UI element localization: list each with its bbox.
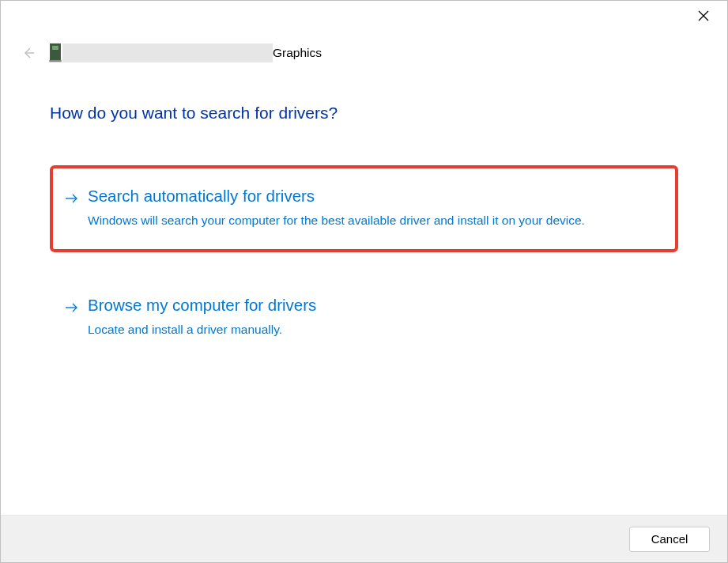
option-description: Windows will search your computer for th…: [88, 212, 594, 229]
option-search-automatically[interactable]: Search automatically for drivers Windows…: [50, 165, 678, 252]
close-button[interactable]: [688, 3, 719, 28]
device-name-redacted: [62, 43, 273, 62]
close-icon: [698, 10, 709, 21]
back-arrow-icon: [21, 46, 36, 60]
titlebar: [1, 1, 727, 31]
option-browse-computer[interactable]: Browse my computer for drivers Locate an…: [50, 274, 678, 361]
option-description: Locate and install a driver manually.: [88, 321, 594, 338]
page-title: How do you want to search for drivers?: [50, 104, 678, 123]
device-label: Graphics: [48, 43, 322, 62]
arrow-right-icon: [64, 191, 80, 206]
main-content: How do you want to search for drivers? S…: [1, 62, 727, 515]
graphics-card-icon: [48, 43, 62, 62]
option-title: Browse my computer for drivers: [88, 295, 661, 316]
option-title: Search automatically for drivers: [88, 186, 661, 207]
cancel-button[interactable]: Cancel: [629, 527, 710, 552]
header-row: Graphics: [1, 43, 727, 62]
device-suffix: Graphics: [273, 46, 322, 60]
back-button[interactable]: [20, 44, 37, 62]
svg-rect-4: [52, 46, 58, 50]
dialog-footer: Cancel: [1, 515, 727, 562]
arrow-right-icon: [64, 300, 80, 316]
